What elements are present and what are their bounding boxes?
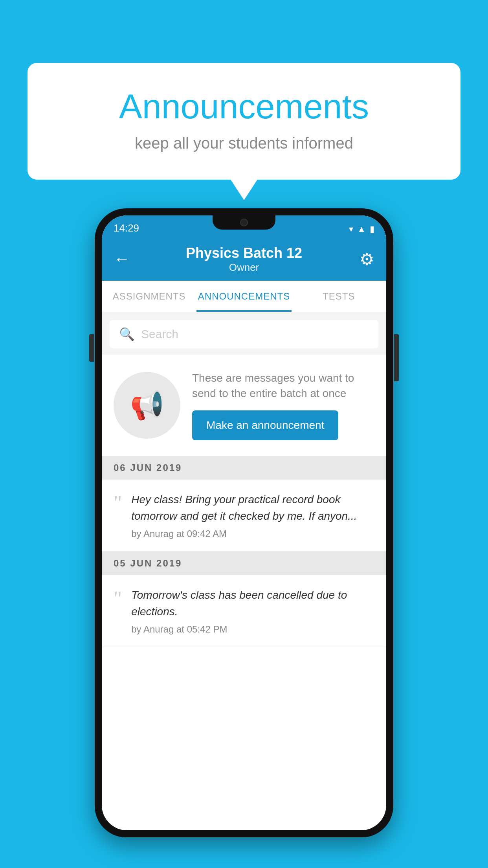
announcement-item-2[interactable]: " Tomorrow's class has been cancelled du… bbox=[102, 575, 386, 647]
status-time: 14:29 bbox=[114, 222, 139, 234]
tabs-bar: ASSIGNMENTS ANNOUNCEMENTS TESTS bbox=[102, 281, 386, 312]
quote-icon-2: " bbox=[114, 588, 122, 635]
settings-icon[interactable]: ⚙ bbox=[360, 250, 374, 269]
app-bar: ← Physics Batch 12 Owner ⚙ bbox=[102, 237, 386, 281]
promo-section: 📢 These are messages you want to send to… bbox=[102, 355, 386, 456]
announcement-author-1: by Anurag at 09:42 AM bbox=[131, 528, 374, 539]
date-separator-1: 06 JUN 2019 bbox=[102, 456, 386, 480]
announcement-content-2: Tomorrow's class has been cancelled due … bbox=[131, 587, 374, 635]
phone-mockup: 14:29 ▾ ▲ ▮ ← Physics Batch 12 Owner ⚙ bbox=[95, 208, 393, 837]
speech-bubble-container: Announcements keep all your students inf… bbox=[28, 63, 460, 180]
announcement-content-1: Hey class! Bring your practical record b… bbox=[131, 491, 374, 539]
phone-notch bbox=[213, 215, 275, 230]
search-placeholder: Search bbox=[141, 327, 178, 341]
status-icons: ▾ ▲ ▮ bbox=[349, 224, 374, 234]
batch-title: Physics Batch 12 bbox=[186, 245, 302, 261]
promo-description: These are messages you want to send to t… bbox=[192, 370, 374, 401]
quote-icon-1: " bbox=[114, 493, 122, 539]
back-button[interactable]: ← bbox=[114, 250, 130, 268]
megaphone-icon: 📢 bbox=[130, 389, 164, 421]
bubble-subtitle: keep all your students informed bbox=[47, 134, 441, 152]
promo-icon-circle: 📢 bbox=[114, 372, 180, 439]
phone-screen: 14:29 ▾ ▲ ▮ ← Physics Batch 12 Owner ⚙ bbox=[102, 215, 386, 830]
phone-outer: 14:29 ▾ ▲ ▮ ← Physics Batch 12 Owner ⚙ bbox=[95, 208, 393, 837]
announcement-author-2: by Anurag at 05:42 PM bbox=[131, 624, 374, 635]
signal-icon: ▲ bbox=[357, 224, 366, 234]
batch-subtitle: Owner bbox=[186, 261, 302, 274]
promo-right: These are messages you want to send to t… bbox=[192, 370, 374, 440]
tab-assignments[interactable]: ASSIGNMENTS bbox=[102, 281, 196, 312]
wifi-icon: ▾ bbox=[349, 224, 353, 234]
notch-camera bbox=[240, 219, 248, 226]
content-area: 🔍 Search 📢 These are messages you want t… bbox=[102, 312, 386, 647]
search-icon: 🔍 bbox=[119, 327, 135, 342]
make-announcement-button[interactable]: Make an announcement bbox=[192, 410, 338, 440]
speech-bubble: Announcements keep all your students inf… bbox=[28, 63, 460, 180]
tab-tests[interactable]: TESTS bbox=[292, 281, 386, 312]
bubble-title: Announcements bbox=[47, 86, 441, 127]
battery-icon: ▮ bbox=[370, 224, 374, 234]
announcement-text-1: Hey class! Bring your practical record b… bbox=[131, 491, 374, 524]
announcement-item-1[interactable]: " Hey class! Bring your practical record… bbox=[102, 480, 386, 552]
app-bar-title: Physics Batch 12 Owner bbox=[186, 245, 302, 274]
tab-announcements[interactable]: ANNOUNCEMENTS bbox=[196, 281, 291, 312]
announcement-text-2: Tomorrow's class has been cancelled due … bbox=[131, 587, 374, 620]
search-bar[interactable]: 🔍 Search bbox=[110, 320, 378, 348]
date-separator-2: 05 JUN 2019 bbox=[102, 552, 386, 575]
